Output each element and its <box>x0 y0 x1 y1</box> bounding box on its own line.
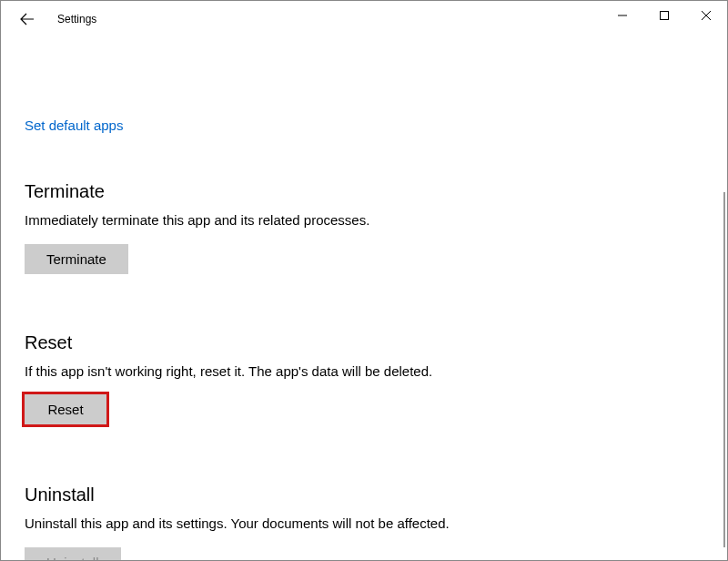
minimize-icon <box>618 11 627 20</box>
window-controls <box>602 1 727 30</box>
maximize-icon <box>660 11 669 20</box>
uninstall-description: Uninstall this app and its settings. You… <box>25 515 703 533</box>
window-title: Settings <box>57 13 96 26</box>
back-arrow-icon <box>20 12 35 26</box>
terminate-button[interactable]: Terminate <box>25 244 128 274</box>
set-default-apps-link[interactable]: Set default apps <box>25 117 123 133</box>
maximize-button[interactable] <box>643 1 685 30</box>
scrollbar[interactable] <box>723 192 725 547</box>
svg-rect-1 <box>661 12 669 20</box>
uninstall-heading: Uninstall <box>25 484 703 505</box>
terminate-description: Immediately terminate this app and its r… <box>25 211 703 230</box>
uninstall-button: Uninstall <box>25 547 121 562</box>
close-button[interactable] <box>685 1 727 30</box>
terminate-heading: Terminate <box>25 181 703 202</box>
minimize-button[interactable] <box>602 1 643 30</box>
content-area: Set default apps Terminate Immediately t… <box>1 37 727 561</box>
reset-heading: Reset <box>25 332 703 353</box>
close-icon <box>702 11 711 20</box>
reset-button[interactable]: Reset <box>25 394 106 424</box>
reset-description: If this app isn't working right, reset i… <box>25 362 703 381</box>
titlebar: Settings <box>1 1 727 37</box>
back-button[interactable] <box>14 5 41 33</box>
